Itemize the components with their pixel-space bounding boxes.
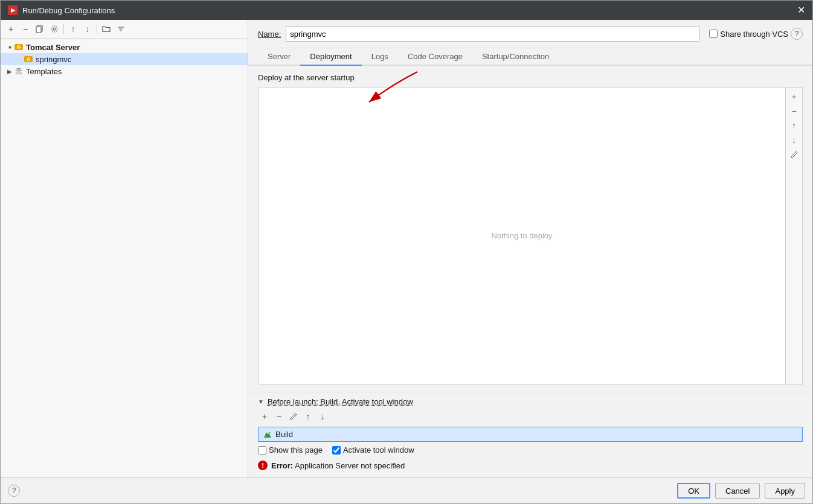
deploy-remove-button[interactable]: −: [788, 104, 801, 118]
before-launch-toolbar: + − ↑ ↓: [258, 410, 803, 423]
templates-icon: [14, 66, 24, 76]
deploy-edit-button[interactable]: [788, 148, 801, 161]
deploy-list-area: Nothing to deploy + − ↑ ↓: [258, 87, 803, 384]
left-panel: + − ↑ ↓: [1, 20, 248, 477]
build-item-label: Build: [275, 430, 293, 439]
before-launch-down-button[interactable]: ↓: [316, 410, 329, 423]
name-label: Name:: [258, 30, 281, 39]
show-page-checkbox[interactable]: [258, 446, 266, 455]
run-debug-dialog: ▶ Run/Debug Configurations ✕ + −: [0, 0, 813, 504]
move-down-button[interactable]: ↓: [81, 22, 94, 36]
before-launch-header: ▼ Before launch: Build, Activate tool wi…: [258, 397, 803, 406]
tab-deployment[interactable]: Deployment: [300, 48, 361, 66]
tomcat-expand-arrow: ▾: [5, 43, 14, 51]
springmvc-arrow: [15, 55, 24, 63]
share-checkbox[interactable]: [709, 30, 718, 38]
tab-code-coverage[interactable]: Code Coverage: [398, 48, 472, 66]
svg-point-4: [53, 28, 56, 30]
show-page-checkbox-item: Show this page: [258, 445, 323, 455]
main-content: + − ↑ ↓: [1, 20, 812, 477]
error-message: Application Server not specified: [295, 461, 405, 470]
deploy-up-button[interactable]: ↑: [788, 119, 801, 132]
svg-rect-3: [36, 27, 41, 33]
error-icon: !: [258, 461, 268, 470]
tab-content-wrapper: Deploy at the server startup Nothing to …: [248, 66, 812, 477]
share-label: Share through VCS: [720, 30, 788, 39]
before-launch-up-button[interactable]: ↑: [301, 410, 315, 423]
dialog-title: Run/Debug Configurations: [22, 6, 115, 15]
before-launch-collapse-arrow[interactable]: ▼: [258, 398, 264, 405]
add-config-button[interactable]: +: [4, 22, 18, 36]
tab-logs[interactable]: Logs: [362, 48, 398, 66]
deploy-sidebar: + − ↑ ↓: [786, 87, 803, 384]
tab-startup-connection[interactable]: Startup/Connection: [472, 48, 559, 66]
before-launch-add-button[interactable]: +: [258, 410, 271, 423]
svg-text:▶: ▶: [11, 7, 16, 13]
app-icon: ▶: [8, 5, 18, 15]
right-panel: Name: Share through VCS ? Server Deploym…: [248, 20, 812, 477]
deploy-section-label: Deploy at the server startup: [258, 73, 803, 82]
error-row: ! Error: Application Server not specifie…: [258, 458, 803, 473]
deployment-section: Deploy at the server startup Nothing to …: [248, 66, 812, 392]
title-bar-left: ▶ Run/Debug Configurations: [8, 5, 115, 15]
settings-config-button[interactable]: [48, 22, 61, 36]
left-toolbar: + − ↑ ↓: [1, 20, 248, 39]
remove-config-button[interactable]: −: [19, 22, 32, 36]
share-help-button[interactable]: ?: [791, 28, 803, 40]
before-launch-title: Before launch: Build, Activate tool wind…: [268, 397, 413, 406]
svg-text:T: T: [27, 57, 30, 62]
title-bar: ▶ Run/Debug Configurations ✕: [1, 1, 812, 20]
before-launch-edit-button[interactable]: [287, 410, 300, 423]
tree-springmvc[interactable]: T springmvc: [1, 53, 248, 65]
before-launch-section: ▼ Before launch: Build, Activate tool wi…: [248, 392, 812, 477]
tomcat-server-icon: T: [14, 42, 24, 52]
tab-server[interactable]: Server: [258, 48, 300, 66]
build-item[interactable]: Build: [259, 427, 802, 441]
bottom-bar: ? OK Cancel Apply: [1, 477, 812, 503]
deployment-tab-content: Deploy at the server startup Nothing to …: [248, 66, 812, 392]
deploy-list: Nothing to deploy: [258, 87, 786, 384]
templates-arrow: ▶: [5, 67, 14, 75]
activate-tool-window-checkbox[interactable]: [332, 446, 341, 455]
cancel-button[interactable]: Cancel: [715, 483, 760, 499]
tree-tomcat-server[interactable]: ▾ T Tomcat Server: [1, 41, 248, 53]
show-page-label: Show this page: [269, 445, 323, 455]
deploy-down-button[interactable]: ↓: [788, 133, 801, 147]
move-up-button[interactable]: ↑: [66, 22, 80, 36]
checkboxes-row: Show this page Activate tool window: [258, 445, 803, 455]
help-button[interactable]: ?: [8, 485, 20, 497]
apply-button[interactable]: Apply: [765, 483, 805, 499]
error-label: Error:: [271, 461, 293, 470]
folder-button[interactable]: [100, 22, 113, 36]
tree-templates[interactable]: ▶ Templates: [1, 65, 248, 77]
name-row: Name: Share through VCS ?: [248, 20, 812, 48]
svg-text:T: T: [18, 45, 21, 49]
build-icon: [263, 430, 272, 439]
share-area: Share through VCS ?: [709, 28, 803, 40]
deploy-add-button[interactable]: +: [788, 90, 801, 103]
springmvc-label: springmvc: [36, 55, 71, 64]
springmvc-icon: T: [24, 54, 33, 64]
config-tree: ▾ T Tomcat Server: [1, 39, 248, 477]
before-launch-remove-button[interactable]: −: [272, 410, 286, 423]
name-input[interactable]: [286, 26, 699, 42]
close-button[interactable]: ✕: [797, 5, 805, 15]
nothing-to-deploy-text: Nothing to deploy: [491, 231, 552, 240]
activate-tool-window-label: Activate tool window: [343, 445, 414, 455]
activate-tool-window-checkbox-item: Activate tool window: [332, 445, 414, 455]
tomcat-server-label: Tomcat Server: [26, 43, 80, 52]
build-list: Build: [258, 427, 803, 442]
copy-config-button[interactable]: [33, 22, 47, 36]
templates-label: Templates: [26, 67, 62, 76]
error-text: Error: Application Server not specified: [271, 461, 405, 470]
sort-button[interactable]: [114, 22, 127, 36]
ok-button[interactable]: OK: [677, 483, 710, 499]
tabs-bar: Server Deployment Logs Code Coverage Sta…: [248, 48, 812, 66]
